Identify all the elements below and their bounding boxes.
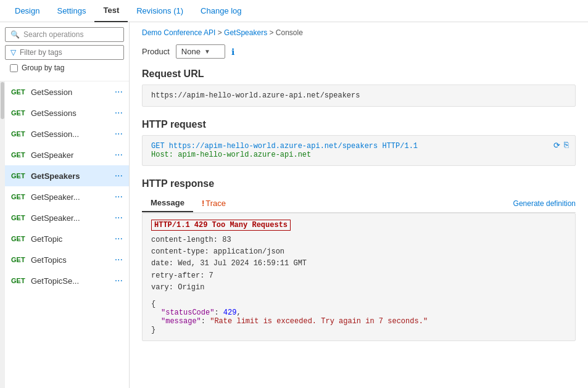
item-more-icon[interactable]: ··· <box>115 212 123 223</box>
breadcrumb: Demo Conference API > GetSpeakers > Cons… <box>130 22 588 41</box>
http-request-actions: ⟳ ⎘ <box>553 141 569 151</box>
group-by-checkbox[interactable] <box>10 64 18 72</box>
sidebar: 🔍 ▽ Group by tag GET GetSession <box>0 22 130 388</box>
copy-icon[interactable]: ⎘ <box>564 141 569 151</box>
product-value: None <box>181 47 201 56</box>
item-more-icon[interactable]: ··· <box>115 149 123 160</box>
json-key-statuscode: "statusCode" <box>161 308 214 317</box>
filter-box[interactable]: ▽ <box>5 45 124 60</box>
http-response-section: HTTP response Message ! Trace Generate d… <box>130 172 588 347</box>
tab-test[interactable]: Test <box>94 0 128 22</box>
tab-message[interactable]: Message <box>142 194 193 212</box>
request-url-section: Request URL https://apim-hello-world.azu… <box>130 62 588 113</box>
generate-definition-link[interactable]: Generate definition <box>513 196 576 212</box>
search-input[interactable] <box>23 30 118 39</box>
json-key-message: "message" <box>161 317 201 326</box>
product-row: Product None ▼ ℹ <box>130 41 588 62</box>
request-url-box: https://apim-hello-world.azure-api.net/s… <box>142 85 576 107</box>
http-request-line1: GET https://apim-hello-world.azure-api.n… <box>151 142 566 151</box>
item-more-icon[interactable]: ··· <box>115 170 123 181</box>
list-item[interactable]: GET GetSessions ··· <box>5 102 129 123</box>
response-body: HTTP/1.1 429 Too Many Requests content-l… <box>142 213 576 341</box>
item-more-icon[interactable]: ··· <box>115 86 123 97</box>
tab-trace-label: Trace <box>205 199 226 208</box>
item-more-icon[interactable]: ··· <box>115 233 123 244</box>
list-item[interactable]: GET GetSpeaker... ··· <box>5 207 129 228</box>
list-item[interactable]: GET GetSession ··· <box>5 81 129 102</box>
product-label: Product <box>142 47 170 56</box>
main-content: Demo Conference API > GetSpeakers > Cons… <box>130 22 588 388</box>
http-request-section: HTTP request GET https://apim-hello-worl… <box>130 113 588 172</box>
tab-settings[interactable]: Settings <box>48 1 94 20</box>
tab-trace[interactable]: ! Trace <box>193 195 234 212</box>
filter-input[interactable] <box>20 48 118 57</box>
info-icon[interactable]: ℹ <box>231 47 234 57</box>
trace-warning-icon: ! <box>202 199 204 208</box>
status-badge: HTTP/1.1 429 Too Many Requests <box>151 220 291 231</box>
item-more-icon[interactable]: ··· <box>115 128 123 139</box>
item-more-icon[interactable]: ··· <box>115 191 123 202</box>
filter-icon: ▽ <box>10 48 16 57</box>
list-item[interactable]: GET GetSpeaker... ··· <box>5 186 129 207</box>
copy-curl-icon[interactable]: ⟳ <box>553 141 560 151</box>
response-header-content-length: content-length: 83 <box>151 234 566 246</box>
breadcrumb-sep1: > <box>218 28 224 37</box>
breadcrumb-sep2: > <box>269 28 275 37</box>
group-by-label: Group by tag <box>22 64 64 72</box>
response-header-content-type: content-type: application/json <box>151 246 566 258</box>
scrollbar-thumb[interactable] <box>1 82 4 119</box>
breadcrumb-current: Console <box>276 28 303 37</box>
response-header-vary: vary: Origin <box>151 282 566 294</box>
item-more-icon[interactable]: ··· <box>115 275 123 286</box>
item-more-icon[interactable]: ··· <box>115 107 123 118</box>
sidebar-search-area: 🔍 ▽ Group by tag <box>0 22 129 81</box>
product-select[interactable]: None ▼ <box>176 44 225 59</box>
http-request-box: GET https://apim-hello-world.azure-api.n… <box>142 135 576 166</box>
sidebar-list: GET GetSession ··· GET GetSessions ··· G… <box>5 81 129 388</box>
sidebar-scroll: GET GetSession ··· GET GetSessions ··· G… <box>0 81 129 388</box>
list-item-selected[interactable]: GET GetSpeakers ··· <box>5 165 129 186</box>
tab-design[interactable]: Design <box>6 1 48 20</box>
http-request-title: HTTP request <box>142 119 576 130</box>
tab-changelog[interactable]: Change log <box>192 1 251 20</box>
response-header-date: date: Wed, 31 Jul 2024 16:59:11 GMT <box>151 258 566 270</box>
response-header-retry-after: retry-after: 7 <box>151 270 566 282</box>
status-line: HTTP/1.1 429 Too Many Requests <box>151 220 566 234</box>
http-response-title: HTTP response <box>142 178 576 189</box>
list-item[interactable]: GET GetTopicSe... ··· <box>5 270 129 291</box>
json-val-message: "Rate limit is exceeded. Try again in 7 … <box>210 317 428 326</box>
top-nav: Design Settings Test Revisions (1) Chang… <box>0 0 588 22</box>
request-url-title: Request URL <box>142 68 576 80</box>
item-more-icon[interactable]: ··· <box>115 254 123 265</box>
response-json-body: { "statusCode": 429, "message": "Rate li… <box>151 300 566 334</box>
tab-revisions[interactable]: Revisions (1) <box>128 1 192 20</box>
tab-message-label: Message <box>151 198 184 207</box>
list-item[interactable]: GET GetSession... ··· <box>5 123 129 144</box>
sidebar-scrollbar[interactable] <box>0 81 5 388</box>
list-item[interactable]: GET GetTopics ··· <box>5 249 129 270</box>
breadcrumb-api[interactable]: Demo Conference API <box>142 28 215 37</box>
list-item[interactable]: GET GetTopic ··· <box>5 228 129 249</box>
group-by-row: Group by tag <box>5 60 124 76</box>
http-request-line2: Host: apim-hello-world.azure-api.net <box>151 151 566 159</box>
search-box[interactable]: 🔍 <box>5 27 124 42</box>
search-icon: 🔍 <box>10 30 20 39</box>
breadcrumb-endpoint[interactable]: GetSpeakers <box>224 28 267 37</box>
chevron-down-icon: ▼ <box>204 48 220 55</box>
list-item[interactable]: GET GetSpeaker ··· <box>5 144 129 165</box>
json-val-statuscode: 429 <box>223 308 237 317</box>
response-tabs: Message ! Trace Generate definition <box>142 194 576 213</box>
